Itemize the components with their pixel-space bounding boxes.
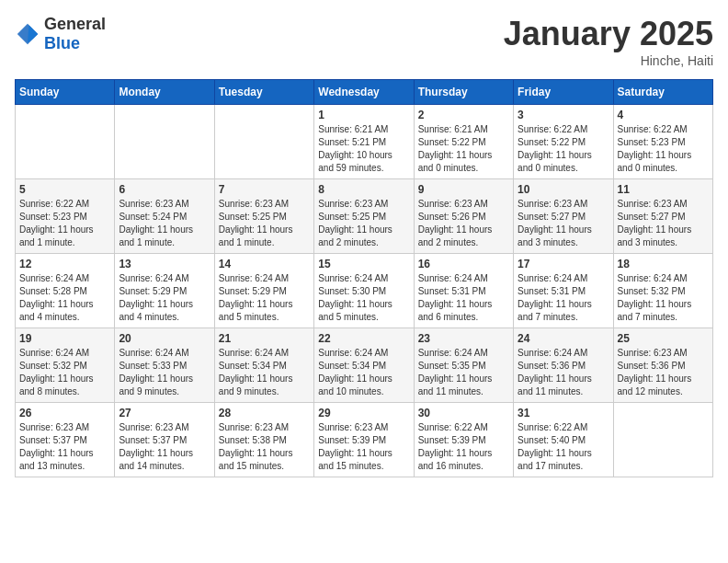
day-info: Sunrise: 6:24 AM Sunset: 5:34 PM Dayligh… <box>318 347 409 398</box>
day-info: Sunrise: 6:24 AM Sunset: 5:29 PM Dayligh… <box>219 272 310 324</box>
calendar-table: SundayMondayTuesdayWednesdayThursdayFrid… <box>15 79 713 477</box>
day-info: Sunrise: 6:24 AM Sunset: 5:30 PM Dayligh… <box>318 272 409 324</box>
svg-marker-1 <box>28 25 38 43</box>
logo-general-text: General <box>44 15 106 33</box>
day-info: Sunrise: 6:23 AM Sunset: 5:38 PM Dayligh… <box>219 421 310 473</box>
day-number: 1 <box>318 109 409 121</box>
day-info: Sunrise: 6:23 AM Sunset: 5:27 PM Dayligh… <box>618 198 709 249</box>
day-number: 22 <box>318 332 409 345</box>
calendar-cell <box>115 105 214 179</box>
day-info: Sunrise: 6:24 AM Sunset: 5:31 PM Dayligh… <box>418 272 509 324</box>
day-number: 28 <box>219 407 310 419</box>
day-info: Sunrise: 6:23 AM Sunset: 5:24 PM Dayligh… <box>119 198 210 249</box>
day-info: Sunrise: 6:24 AM Sunset: 5:31 PM Dayligh… <box>518 272 609 324</box>
day-info: Sunrise: 6:22 AM Sunset: 5:40 PM Dayligh… <box>518 421 609 473</box>
title-block: January 2025 Hinche, Haiti <box>504 15 713 68</box>
calendar-cell: 13Sunrise: 6:24 AM Sunset: 5:29 PM Dayli… <box>115 254 214 328</box>
calendar-cell: 15Sunrise: 6:24 AM Sunset: 5:30 PM Dayli… <box>314 254 414 328</box>
day-info: Sunrise: 6:24 AM Sunset: 5:33 PM Dayligh… <box>119 347 210 398</box>
day-info: Sunrise: 6:24 AM Sunset: 5:36 PM Dayligh… <box>518 347 609 398</box>
calendar-cell: 20Sunrise: 6:24 AM Sunset: 5:33 PM Dayli… <box>115 328 214 403</box>
day-number: 16 <box>418 258 509 270</box>
day-number: 25 <box>618 332 709 345</box>
calendar-cell: 2Sunrise: 6:21 AM Sunset: 5:22 PM Daylig… <box>414 105 513 179</box>
day-number: 8 <box>318 183 409 196</box>
day-number: 15 <box>318 258 409 270</box>
day-number: 6 <box>119 183 210 196</box>
weekday-header-monday: Monday <box>115 80 214 105</box>
calendar-cell: 17Sunrise: 6:24 AM Sunset: 5:31 PM Dayli… <box>514 254 613 328</box>
calendar-cell: 31Sunrise: 6:22 AM Sunset: 5:40 PM Dayli… <box>514 403 613 477</box>
day-info: Sunrise: 6:23 AM Sunset: 5:37 PM Dayligh… <box>19 421 110 473</box>
calendar-cell <box>613 403 712 477</box>
day-info: Sunrise: 6:22 AM Sunset: 5:23 PM Dayligh… <box>618 123 709 175</box>
day-number: 13 <box>119 258 210 270</box>
calendar-cell: 5Sunrise: 6:22 AM Sunset: 5:23 PM Daylig… <box>16 179 115 254</box>
calendar-cell: 25Sunrise: 6:23 AM Sunset: 5:36 PM Dayli… <box>613 328 712 403</box>
day-number: 11 <box>618 183 709 196</box>
calendar-cell: 18Sunrise: 6:24 AM Sunset: 5:32 PM Dayli… <box>613 254 712 328</box>
day-info: Sunrise: 6:23 AM Sunset: 5:25 PM Dayligh… <box>219 198 310 249</box>
day-number: 19 <box>19 332 110 345</box>
month-title: January 2025 <box>504 15 713 53</box>
day-number: 21 <box>219 332 310 345</box>
calendar-cell: 24Sunrise: 6:24 AM Sunset: 5:36 PM Dayli… <box>514 328 613 403</box>
calendar-week-row: 5Sunrise: 6:22 AM Sunset: 5:23 PM Daylig… <box>16 179 713 254</box>
day-number: 14 <box>219 258 310 270</box>
calendar-cell: 30Sunrise: 6:22 AM Sunset: 5:39 PM Dayli… <box>414 403 513 477</box>
day-info: Sunrise: 6:24 AM Sunset: 5:29 PM Dayligh… <box>119 272 210 324</box>
day-info: Sunrise: 6:23 AM Sunset: 5:26 PM Dayligh… <box>418 198 509 249</box>
day-number: 2 <box>418 109 509 121</box>
day-info: Sunrise: 6:24 AM Sunset: 5:34 PM Dayligh… <box>219 347 310 398</box>
day-info: Sunrise: 6:23 AM Sunset: 5:39 PM Dayligh… <box>318 421 409 473</box>
calendar-cell: 7Sunrise: 6:23 AM Sunset: 5:25 PM Daylig… <box>214 179 313 254</box>
page-header: General Blue January 2025 Hinche, Haiti <box>15 15 713 68</box>
calendar-cell: 4Sunrise: 6:22 AM Sunset: 5:23 PM Daylig… <box>613 105 712 179</box>
weekday-header-row: SundayMondayTuesdayWednesdayThursdayFrid… <box>16 80 713 105</box>
calendar-cell: 29Sunrise: 6:23 AM Sunset: 5:39 PM Dayli… <box>314 403 414 477</box>
calendar-cell: 16Sunrise: 6:24 AM Sunset: 5:31 PM Dayli… <box>414 254 513 328</box>
calendar-cell: 14Sunrise: 6:24 AM Sunset: 5:29 PM Dayli… <box>214 254 313 328</box>
day-number: 27 <box>119 407 210 419</box>
weekday-header-saturday: Saturday <box>613 80 712 105</box>
day-info: Sunrise: 6:23 AM Sunset: 5:37 PM Dayligh… <box>119 421 210 473</box>
logo: General Blue <box>15 15 106 53</box>
day-info: Sunrise: 6:23 AM Sunset: 5:36 PM Dayligh… <box>618 347 709 398</box>
day-number: 9 <box>418 183 509 196</box>
weekday-header-sunday: Sunday <box>16 80 115 105</box>
calendar-cell: 12Sunrise: 6:24 AM Sunset: 5:28 PM Dayli… <box>16 254 115 328</box>
day-number: 4 <box>618 109 709 121</box>
calendar-week-row: 12Sunrise: 6:24 AM Sunset: 5:28 PM Dayli… <box>16 254 713 328</box>
day-info: Sunrise: 6:21 AM Sunset: 5:22 PM Dayligh… <box>418 123 509 175</box>
calendar-cell: 3Sunrise: 6:22 AM Sunset: 5:22 PM Daylig… <box>514 105 613 179</box>
logo-icon <box>15 21 40 47</box>
calendar-cell: 1Sunrise: 6:21 AM Sunset: 5:21 PM Daylig… <box>314 105 414 179</box>
day-info: Sunrise: 6:24 AM Sunset: 5:32 PM Dayligh… <box>618 272 709 324</box>
day-number: 3 <box>518 109 609 121</box>
day-info: Sunrise: 6:24 AM Sunset: 5:32 PM Dayligh… <box>19 347 110 398</box>
weekday-header-friday: Friday <box>514 80 613 105</box>
day-number: 30 <box>418 407 509 419</box>
calendar-cell: 26Sunrise: 6:23 AM Sunset: 5:37 PM Dayli… <box>16 403 115 477</box>
logo-blue-text: Blue <box>44 34 80 52</box>
day-info: Sunrise: 6:23 AM Sunset: 5:25 PM Dayligh… <box>318 198 409 249</box>
day-info: Sunrise: 6:21 AM Sunset: 5:21 PM Dayligh… <box>318 123 409 175</box>
day-number: 10 <box>518 183 609 196</box>
day-number: 29 <box>318 407 409 419</box>
weekday-header-tuesday: Tuesday <box>214 80 313 105</box>
calendar-cell: 23Sunrise: 6:24 AM Sunset: 5:35 PM Dayli… <box>414 328 513 403</box>
day-number: 26 <box>19 407 110 419</box>
calendar-cell: 28Sunrise: 6:23 AM Sunset: 5:38 PM Dayli… <box>214 403 313 477</box>
day-info: Sunrise: 6:23 AM Sunset: 5:27 PM Dayligh… <box>518 198 609 249</box>
calendar-cell <box>16 105 115 179</box>
day-number: 7 <box>219 183 310 196</box>
day-number: 24 <box>518 332 609 345</box>
calendar-week-row: 26Sunrise: 6:23 AM Sunset: 5:37 PM Dayli… <box>16 403 713 477</box>
calendar-cell: 9Sunrise: 6:23 AM Sunset: 5:26 PM Daylig… <box>414 179 513 254</box>
day-info: Sunrise: 6:24 AM Sunset: 5:28 PM Dayligh… <box>19 272 110 324</box>
weekday-header-thursday: Thursday <box>414 80 513 105</box>
day-info: Sunrise: 6:24 AM Sunset: 5:35 PM Dayligh… <box>418 347 509 398</box>
calendar-week-row: 19Sunrise: 6:24 AM Sunset: 5:32 PM Dayli… <box>16 328 713 403</box>
calendar-cell <box>214 105 313 179</box>
calendar-week-row: 1Sunrise: 6:21 AM Sunset: 5:21 PM Daylig… <box>16 105 713 179</box>
